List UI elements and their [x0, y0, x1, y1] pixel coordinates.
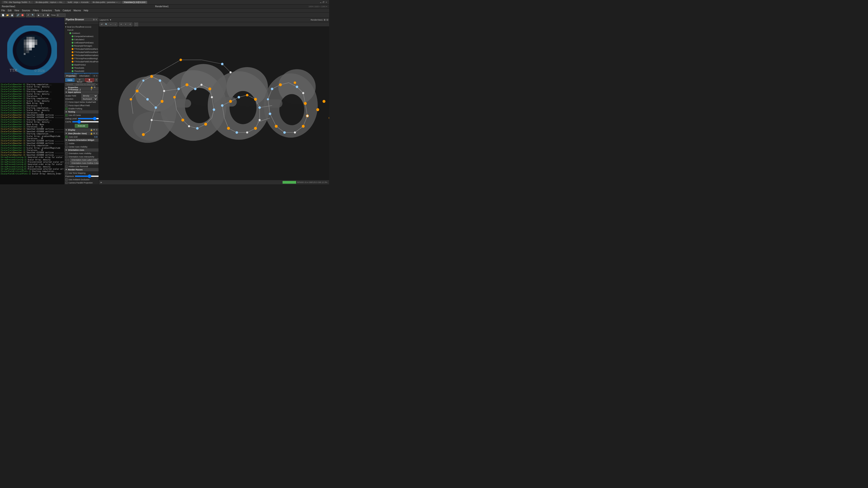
- exposure-slider[interactable]: [75, 175, 98, 177]
- label-color-check[interactable]: [65, 159, 68, 161]
- cache-slider[interactable]: [72, 121, 98, 123]
- outline-color-select[interactable]: Orientation Axes Outline Color: [70, 162, 98, 165]
- delete-button[interactable]: 🗑 Delete: [85, 78, 94, 82]
- orientation-interactivity-checkbox[interactable]: [65, 156, 68, 158]
- disconnect-btn[interactable]: ⛔: [20, 13, 24, 17]
- section-header-camera[interactable]: ▼ Camera Orientation Widget: [64, 138, 98, 142]
- use-cores-checkbox[interactable]: ✓: [65, 114, 68, 116]
- time-input[interactable]: [57, 13, 66, 17]
- axes-grid-checkbox[interactable]: ✓: [65, 136, 68, 138]
- orient-y[interactable]: Y: [124, 22, 128, 26]
- menu-extractors[interactable]: Extractors: [42, 9, 52, 12]
- tree-item-maskpoints[interactable]: MaskPoints2: [64, 63, 98, 66]
- menu-view[interactable]: View: [14, 9, 19, 12]
- section-header-testing[interactable]: ▼ Testing: [64, 110, 98, 113]
- section-header-view[interactable]: ▼ View (Render View) 🔒 👁 ⬆: [64, 132, 98, 135]
- save-btn[interactable]: 💾: [10, 13, 14, 17]
- tree-item-smoother2[interactable]: TTKScalarFieldSmoother2: [64, 51, 98, 54]
- reset-camera-btn2[interactable]: ↺: [100, 22, 104, 26]
- axes-grid-edit[interactable]: Edit: [94, 136, 98, 138]
- menu-catalyst[interactable]: Catalyst: [63, 9, 71, 12]
- tree-item-computederivatives[interactable]: ComputeDerivatives1: [64, 35, 98, 38]
- force-vertex-checkbox[interactable]: [65, 101, 68, 103]
- search-clear-icon[interactable]: ✕: [96, 84, 98, 86]
- tree-item-contour1[interactable]: Contour1: [64, 32, 98, 35]
- visible-checkbox[interactable]: [65, 142, 68, 144]
- label-color-swatch[interactable]: [68, 159, 69, 161]
- tone-mapping-checkbox[interactable]: [65, 172, 68, 174]
- pause-btn[interactable]: ⏸: [41, 13, 45, 17]
- outline-color-swatch[interactable]: [68, 162, 69, 164]
- pipeline-collapse-arrow[interactable]: ◀: [65, 22, 66, 24]
- outline-color-check[interactable]: [65, 162, 68, 164]
- tree-item-resample[interactable]: ResampleToImage1: [64, 44, 98, 47]
- force-offset-checkbox[interactable]: [65, 104, 68, 107]
- section-header-orientation[interactable]: ▼ Orientation Axes: [64, 149, 98, 152]
- reset-camera-btn[interactable]: ↺: [26, 13, 30, 17]
- renderview-split-v[interactable]: ⊟: [327, 19, 328, 21]
- tree-item-criticalpoints[interactable]: TTKScalarFieldCriticalPoints2: [64, 60, 98, 63]
- ambient-occlusion-checkbox[interactable]: [65, 178, 68, 181]
- tree-item-calculator[interactable]: Calculator2: [64, 38, 98, 41]
- pipeline-icon-2[interactable]: ✕: [95, 19, 97, 21]
- tab-properties[interactable]: Properties: [64, 74, 78, 77]
- tab-information[interactable]: Information: [78, 74, 92, 77]
- orientation-visibility-checkbox[interactable]: [65, 152, 68, 155]
- reset-button[interactable]: ↺ Reset: [75, 78, 84, 82]
- tab-paraview-main[interactable]: ParaView [1.3.0] 5.13.0: [122, 1, 147, 4]
- scalar-field-select[interactable]: density: [81, 94, 98, 97]
- tree-item-threshold1[interactable]: Threshold1: [64, 66, 98, 70]
- connect-btn[interactable]: 🔗: [16, 13, 20, 17]
- open-btn[interactable]: 📂: [5, 13, 9, 17]
- help-button[interactable]: ?: [95, 78, 98, 82]
- execute-button[interactable]: Execute: [75, 124, 88, 128]
- section-header-display[interactable]: ▼ Display 🔒 👁 ⬆: [64, 128, 98, 131]
- render-canvas[interactable]: [99, 27, 329, 184]
- center-axes-checkbox[interactable]: [65, 146, 68, 148]
- panel-close-icon[interactable]: ✕: [96, 75, 98, 77]
- section-header-input[interactable]: ▼ Input options: [64, 91, 98, 94]
- orient-x[interactable]: X: [119, 22, 123, 26]
- orient-z[interactable]: Z: [128, 22, 132, 26]
- play-btn[interactable]: ▶: [37, 13, 41, 17]
- direction-select[interactable]: Backward: [81, 97, 98, 101]
- menu-help[interactable]: Help: [84, 9, 88, 12]
- menu-sources[interactable]: Sources: [22, 9, 30, 12]
- debug-level-slider[interactable]: [78, 118, 98, 119]
- label-color-select[interactable]: Orientation Axes Label Color: [70, 158, 98, 162]
- menu-tools[interactable]: Tools: [55, 9, 60, 12]
- tree-item-threshold2[interactable]: Threshold2: [64, 70, 98, 73]
- menu-file[interactable]: File: [1, 9, 5, 12]
- tab-mpirun[interactable]: ttk-data-public : mpirun — Ko...: [34, 1, 66, 4]
- stop-btn[interactable]: ⏹: [46, 13, 50, 17]
- enable-forking-checkbox[interactable]: ✓: [65, 107, 68, 110]
- pipeline-icon-1[interactable]: ⚙: [93, 19, 95, 21]
- layout-dropdown[interactable]: ▼: [110, 19, 112, 21]
- section-header-ttk[interactable]: ▼ Properties (TTKIntegr...) 🔒 👁 ⬆: [64, 87, 98, 90]
- zoom-data-btn[interactable]: 🔍: [104, 22, 108, 26]
- tab-ninja[interactable]: build : ninja — Konsole: [66, 1, 90, 4]
- tree-item-normalizer[interactable]: TTKScalarFieldNormalizer2: [64, 54, 98, 57]
- tree-item-arrayprecon[interactable]: TTKArrayPreconditioning1: [64, 57, 98, 60]
- tab-ttk[interactable]: TTK - the Topology Toolkit - T...: [2, 1, 33, 4]
- menu-filters[interactable]: Filters: [33, 9, 39, 12]
- tab-paraview-data[interactable]: ttk-data-public : paraview — ...: [91, 1, 122, 4]
- interact-btn[interactable]: ↔: [109, 22, 113, 26]
- menu-macros[interactable]: Macros: [73, 9, 81, 12]
- pick-btn[interactable]: ↕: [113, 22, 117, 26]
- tree-item-atv0[interactable]: ▼ at:v0: [64, 29, 98, 32]
- camera-parallel-checkbox[interactable]: [65, 182, 68, 184]
- hidden-line-checkbox[interactable]: [65, 165, 68, 168]
- search-input[interactable]: [65, 83, 95, 86]
- renderview-split-h[interactable]: ⊞: [324, 19, 326, 21]
- tree-item-celldata[interactable]: CellDatatoPointData1: [64, 41, 98, 44]
- section-header-render[interactable]: ▼ Render Passes: [64, 168, 98, 171]
- panel-gear-icon[interactable]: ⚙: [93, 75, 95, 77]
- tree-item-local[interactable]: ▼ local (cs://localhost:11111): [64, 25, 98, 29]
- menu-edit[interactable]: Edit: [8, 9, 11, 12]
- new-btn[interactable]: 📄: [1, 13, 5, 17]
- tree-item-smoother1[interactable]: TTKScalarFieldSmoother1: [64, 47, 98, 51]
- apply-button[interactable]: Apply: [65, 78, 74, 82]
- fullscreen-btn[interactable]: ⛶: [134, 22, 138, 26]
- zoom-btn[interactable]: 🔍: [31, 13, 35, 17]
